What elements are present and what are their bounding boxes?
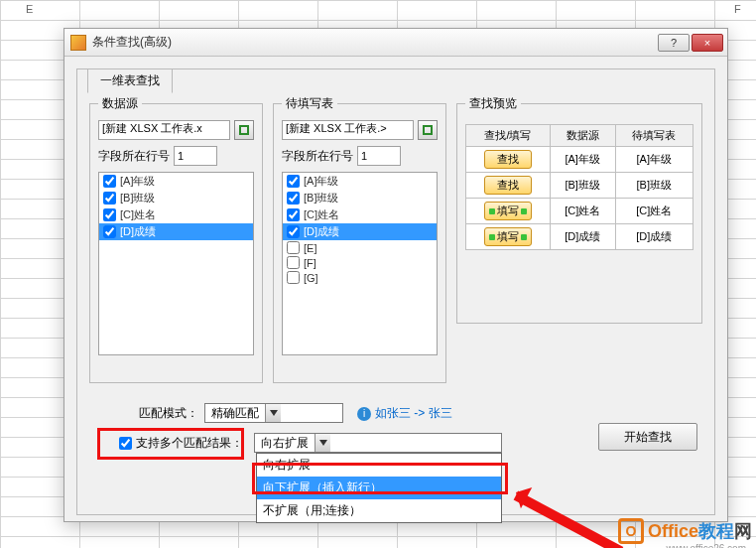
preview-col3: 待填写表 <box>615 125 693 147</box>
match-hint: i如张三 -> 张三 <box>357 405 452 422</box>
watermark-text-3: 网 <box>734 519 752 543</box>
item-checkbox[interactable] <box>103 175 116 188</box>
fill-badge[interactable]: 填写 <box>484 202 532 220</box>
preview-src: [B]班级 <box>550 173 615 199</box>
multi-label: 支持多个匹配结果： <box>136 435 243 452</box>
find-badge[interactable]: 查找 <box>484 150 532 169</box>
match-mode-row: 匹配模式： 精确匹配 i如张三 -> 张三 <box>139 403 452 423</box>
item-checkbox[interactable] <box>287 271 300 284</box>
range-icon <box>423 125 433 135</box>
col-f: F <box>734 3 741 15</box>
source-path-input[interactable]: [新建 XLSX 工作表.x <box>98 120 230 140</box>
column-headers: E F <box>0 3 756 19</box>
preview-src: [C]姓名 <box>550 199 615 224</box>
fill-badge[interactable]: 填写 <box>484 227 532 246</box>
watermark-text-2: 教程 <box>698 519 734 543</box>
help-button[interactable]: ? <box>658 34 690 52</box>
multi-combo-value: 向右扩展 <box>255 435 315 452</box>
item-label: [D]成绩 <box>304 224 339 239</box>
tab-1d[interactable]: 一维表查找 <box>87 68 173 93</box>
table-row: 填写[D]成绩[D]成绩 <box>466 224 693 250</box>
list-item[interactable]: [F] <box>283 255 437 270</box>
dialog-window: 条件查找(高级) ? × 一维表查找 数据源 [新建 XLSX 工作表.x 字段… <box>63 28 728 522</box>
source-row-input[interactable] <box>174 146 217 166</box>
watermark-url: www.office26.com <box>667 543 746 548</box>
item-checkbox[interactable] <box>287 175 300 188</box>
dropdown-arrow-icon <box>315 434 330 452</box>
item-checkbox[interactable] <box>287 192 300 205</box>
list-item[interactable]: [E] <box>283 240 437 255</box>
item-checkbox[interactable] <box>287 241 300 254</box>
list-item[interactable]: [D]成绩 <box>99 223 253 240</box>
item-checkbox[interactable] <box>287 208 300 221</box>
item-label: [B]班级 <box>304 191 338 206</box>
preview-tgt: [C]姓名 <box>615 199 693 224</box>
window-title: 条件查找(高级) <box>92 34 656 51</box>
item-label: [D]成绩 <box>120 224 156 239</box>
start-search-button[interactable]: 开始查找 <box>598 423 697 451</box>
list-item[interactable]: [C]姓名 <box>99 206 253 223</box>
preview-legend: 查找预览 <box>465 95 521 112</box>
list-item[interactable]: [G] <box>283 270 437 285</box>
source-pick-button[interactable] <box>234 120 254 140</box>
match-hint-text: 如张三 -> 张三 <box>375 406 452 420</box>
group-source: 数据源 [新建 XLSX 工作表.x 字段所在行号 [A]年级[B]班级[C]姓… <box>89 95 263 383</box>
table-row: 查找[B]班级[B]班级 <box>466 173 693 199</box>
table-row: 填写[C]姓名[C]姓名 <box>466 199 693 224</box>
preview-src: [A]年级 <box>550 147 615 173</box>
tab-frame: 一维表查找 数据源 [新建 XLSX 工作表.x 字段所在行号 [A]年级[B]… <box>76 68 715 515</box>
preview-col1: 查找/填写 <box>466 125 551 147</box>
match-mode-combo[interactable]: 精确匹配 <box>204 403 343 423</box>
list-item[interactable]: [A]年级 <box>283 173 437 190</box>
info-icon: i <box>357 407 371 421</box>
find-badge[interactable]: 查找 <box>484 176 532 195</box>
highlight-box-2 <box>252 463 508 494</box>
target-listbox[interactable]: [A]年级[B]班级[C]姓名[D]成绩[E][F][G] <box>282 172 438 355</box>
item-label: [F] <box>304 257 316 269</box>
table-row: 查找[A]年级[A]年级 <box>466 147 693 173</box>
item-label: [C]姓名 <box>304 207 339 222</box>
item-label: [C]姓名 <box>120 207 156 222</box>
source-listbox[interactable]: [A]年级[B]班级[C]姓名[D]成绩 <box>98 172 254 355</box>
target-legend: 待填写表 <box>282 95 337 112</box>
item-checkbox[interactable] <box>103 192 116 205</box>
multi-checkbox[interactable]: 支持多个匹配结果： <box>119 435 243 452</box>
preview-table: 查找/填写 数据源 待填写表 查找[A]年级[A]年级查找[B]班级[B]班级填… <box>465 124 693 250</box>
dropdown-arrow-icon <box>265 404 281 422</box>
target-pick-button[interactable] <box>418 120 438 140</box>
watermark: O Office 教程 网 www.office26.com <box>618 518 752 544</box>
list-item[interactable]: [C]姓名 <box>283 206 437 223</box>
watermark-text-1: Office <box>648 521 698 542</box>
titlebar[interactable]: 条件查找(高级) ? × <box>64 29 727 57</box>
item-label: [B]班级 <box>120 191 155 206</box>
item-checkbox[interactable] <box>103 208 116 221</box>
preview-src: [D]成绩 <box>550 224 615 250</box>
item-checkbox[interactable] <box>287 256 300 269</box>
source-legend: 数据源 <box>98 95 142 112</box>
multi-combo[interactable]: 向右扩展 <box>254 433 502 453</box>
multi-match-row: 支持多个匹配结果： <box>119 435 243 452</box>
group-target: 待填写表 [新建 XLSX 工作表.> 字段所在行号 [A]年级[B]班级[C]… <box>273 95 446 383</box>
target-row-input[interactable] <box>357 146 401 166</box>
preview-col2: 数据源 <box>550 125 615 147</box>
item-checkbox[interactable] <box>287 225 300 238</box>
target-row-label: 字段所在行号 <box>282 148 353 165</box>
list-item[interactable]: [B]班级 <box>99 190 253 206</box>
target-path-input[interactable]: [新建 XLSX 工作表.> <box>282 120 414 140</box>
dropdown-option[interactable]: 不扩展（用;连接） <box>257 499 501 522</box>
source-row-label: 字段所在行号 <box>98 148 170 165</box>
preview-tgt: [A]年级 <box>615 147 693 173</box>
close-button[interactable]: × <box>692 34 723 52</box>
match-mode-label: 匹配模式： <box>139 405 198 422</box>
list-item[interactable]: [D]成绩 <box>283 223 437 240</box>
range-icon <box>239 125 249 135</box>
preview-tgt: [B]班级 <box>615 173 693 199</box>
item-checkbox[interactable] <box>103 225 116 238</box>
item-label: [A]年级 <box>304 174 338 189</box>
list-item[interactable]: [B]班级 <box>283 190 437 206</box>
col-e: E <box>26 3 33 15</box>
preview-tgt: [D]成绩 <box>615 224 693 250</box>
item-label: [G] <box>304 272 318 284</box>
match-mode-value: 精确匹配 <box>205 405 265 422</box>
list-item[interactable]: [A]年级 <box>99 173 253 190</box>
